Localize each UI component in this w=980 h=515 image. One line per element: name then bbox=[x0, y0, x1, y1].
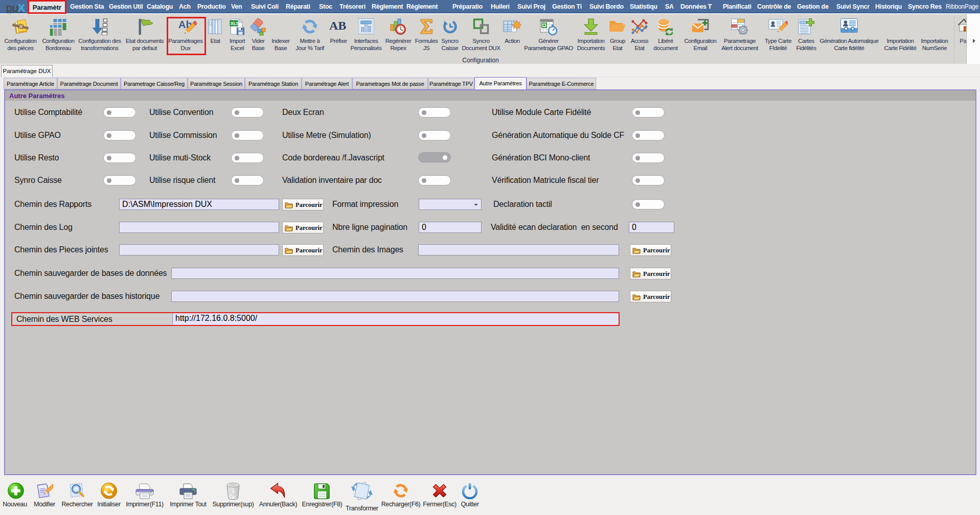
svg-text:AB: AB bbox=[329, 19, 346, 32]
svg-text:XLS: XLS bbox=[231, 21, 239, 26]
